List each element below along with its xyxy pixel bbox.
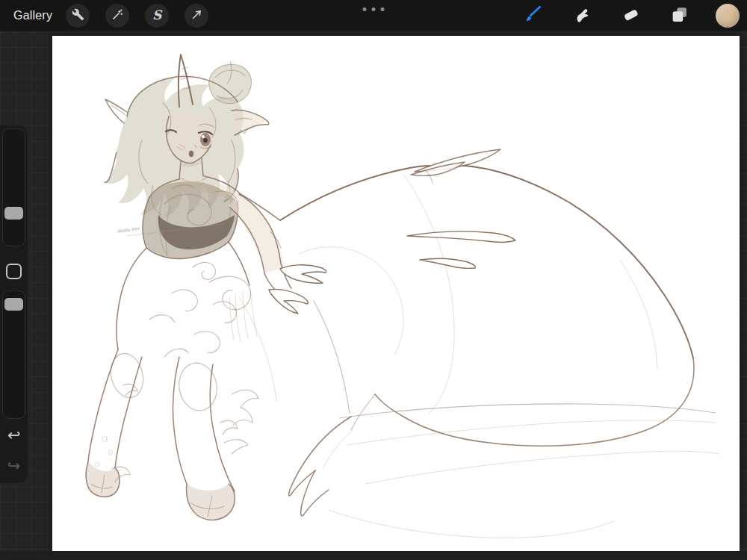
artist-signature: motis avv [117, 225, 140, 234]
brush-sidebar: ↩ ↪ [0, 125, 28, 483]
brush-size-slider[interactable] [2, 128, 25, 246]
paint-tool-button[interactable] [521, 4, 545, 28]
adjustments-button[interactable] [105, 4, 129, 28]
transform-button[interactable] [185, 4, 208, 28]
top-toolbar: Gallery S [0, 0, 747, 31]
figure-sketch: motis avv [86, 55, 326, 520]
redo-button[interactable]: ↪ [0, 455, 28, 477]
actions-button[interactable] [66, 4, 90, 28]
selection-button[interactable]: S [145, 4, 169, 28]
gallery-button[interactable]: Gallery [13, 9, 52, 22]
transform-arrow-icon [190, 8, 203, 24]
procreate-workspace: Gallery S [0, 0, 747, 560]
eraser-icon [622, 5, 640, 27]
bottom-edge [0, 551, 747, 560]
erase-tool-button[interactable] [619, 4, 642, 28]
drawing-canvas[interactable]: motis avv [52, 36, 740, 551]
dot [372, 7, 376, 11]
dot [363, 7, 367, 11]
magic-wand-icon [111, 8, 124, 24]
right-tool-group [521, 0, 743, 31]
color-swatch[interactable] [716, 4, 740, 28]
selection-s-icon: S [152, 7, 161, 22]
dot [381, 7, 385, 11]
smudge-tool-button[interactable] [570, 4, 594, 28]
modify-button[interactable] [6, 264, 22, 279]
sketch-artwork: motis avv [52, 36, 740, 551]
ipad-multitask-indicator[interactable] [363, 7, 385, 11]
left-tool-group: S [66, 4, 208, 28]
brush-size-handle[interactable] [4, 207, 23, 220]
layers-icon [670, 5, 689, 27]
opacity-handle[interactable] [4, 298, 23, 311]
tail-sketch [229, 149, 719, 538]
paintbrush-icon [524, 4, 543, 27]
layers-button[interactable] [667, 4, 691, 28]
wrench-icon [72, 8, 84, 24]
undo-button[interactable]: ↩ [0, 424, 28, 447]
smudge-finger-icon [573, 5, 592, 27]
